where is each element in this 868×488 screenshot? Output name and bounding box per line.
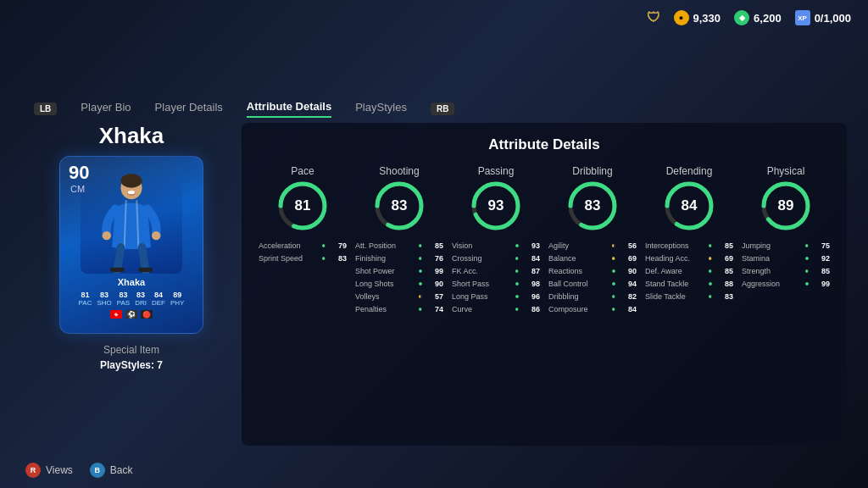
attr-value: 99 bbox=[426, 267, 443, 275]
back-label: Back bbox=[110, 464, 133, 476]
lb-button[interactable]: LB bbox=[34, 103, 57, 115]
flag-switzerland: 🇨🇭 bbox=[110, 310, 122, 319]
attr-bar bbox=[515, 308, 518, 311]
attr-row: Curve 86 bbox=[452, 305, 540, 313]
category-name: Passing bbox=[478, 165, 515, 177]
attr-bar bbox=[612, 269, 615, 273]
attr-row: Shot Power 99 bbox=[355, 267, 443, 275]
tab-player-details[interactable]: Player Details bbox=[155, 101, 223, 117]
attr-row: Composure 84 bbox=[548, 305, 637, 313]
attr-rows: Acceleration 79 Sprint Speed 83 bbox=[259, 241, 347, 267]
attr-name: Finishing bbox=[355, 254, 415, 263]
attr-bar bbox=[709, 295, 711, 298]
attr-name: Agility bbox=[548, 241, 608, 250]
attr-value: 84 bbox=[620, 305, 637, 313]
attr-bar bbox=[419, 282, 422, 286]
attr-bar bbox=[805, 257, 809, 260]
attr-name: Dribbling bbox=[548, 292, 608, 301]
attr-row: Short Pass 98 bbox=[452, 280, 540, 288]
category-name: Defending bbox=[666, 165, 713, 177]
attr-name: Interceptions bbox=[645, 241, 704, 250]
xp-icon: XP bbox=[795, 10, 810, 25]
category-name: Pace bbox=[291, 165, 314, 177]
attr-bar-wrap bbox=[612, 269, 615, 273]
attr-name: Penalties bbox=[355, 305, 415, 313]
category-passing: Passing 93 Vision 93 Crossing 84 bbox=[452, 165, 540, 318]
attr-value: 69 bbox=[620, 254, 637, 263]
attr-bar bbox=[709, 282, 712, 286]
attr-bar bbox=[709, 257, 711, 260]
attr-bar bbox=[805, 244, 808, 247]
attr-name: Reactions bbox=[548, 267, 608, 275]
attr-value: 90 bbox=[620, 267, 637, 275]
attr-name: Balance bbox=[548, 254, 608, 263]
attr-bar-wrap bbox=[322, 257, 326, 260]
card-stat-pac: 81PAC bbox=[79, 291, 92, 307]
attr-bar-wrap bbox=[805, 257, 809, 260]
category-pace: Pace 81 Acceleration 79 Sprint Speed bbox=[259, 165, 347, 318]
attr-bar bbox=[419, 295, 420, 298]
attr-bar bbox=[612, 308, 615, 311]
back-button[interactable]: B Back bbox=[90, 463, 133, 478]
attr-bar-wrap bbox=[805, 282, 809, 286]
attr-bar-wrap bbox=[805, 244, 809, 247]
top-currency-bar: 🛡 ● 9,330 ◆ 6,200 XP 0/1,000 bbox=[647, 10, 851, 25]
attr-value: 99 bbox=[813, 280, 830, 288]
attr-value: 96 bbox=[523, 292, 540, 301]
card-player-name: Xhaka bbox=[118, 277, 145, 287]
attr-name: Crossing bbox=[452, 254, 511, 263]
category-defending: Defending 84 Interceptions 85 Heading Ac… bbox=[645, 165, 733, 318]
r-button-icon: R bbox=[25, 463, 41, 478]
category-score: 89 bbox=[778, 197, 794, 214]
attr-bar bbox=[419, 257, 421, 260]
attr-value: 85 bbox=[426, 241, 443, 250]
attr-bar bbox=[805, 282, 809, 286]
attr-row: Sprint Speed 83 bbox=[259, 254, 347, 263]
b-button-icon: B bbox=[90, 463, 105, 478]
views-button[interactable]: R Views bbox=[25, 463, 73, 478]
category-dribbling: Dribbling 83 Agility 56 Balance 69 bbox=[548, 165, 637, 318]
attr-bar bbox=[419, 269, 422, 273]
currency-gems: ◆ 6,200 bbox=[734, 10, 782, 25]
gem-icon: ◆ bbox=[734, 10, 749, 25]
attr-bar-wrap bbox=[612, 282, 615, 286]
attr-name: Ball Control bbox=[548, 280, 608, 288]
attr-bar-wrap bbox=[709, 244, 712, 247]
attr-bar bbox=[515, 244, 519, 247]
attr-name: Acceleration bbox=[259, 241, 318, 250]
category-score: 83 bbox=[392, 197, 408, 214]
attr-name: Long Pass bbox=[452, 292, 511, 301]
attr-value: 90 bbox=[426, 280, 443, 288]
attr-value: 79 bbox=[330, 241, 347, 250]
attr-rows: Agility 56 Balance 69 Reactions 90 bbox=[548, 241, 637, 318]
flag-club: 🔴 bbox=[141, 310, 153, 319]
svg-rect-4 bbox=[110, 268, 125, 272]
tab-playstyles[interactable]: PlayStyles bbox=[355, 101, 407, 117]
attr-bar-wrap bbox=[419, 257, 422, 260]
attr-row: Stamina 92 bbox=[742, 254, 830, 263]
attr-bar bbox=[419, 244, 421, 247]
attr-value: 76 bbox=[426, 254, 443, 263]
attr-name: Shot Power bbox=[355, 267, 415, 275]
attribute-panel: Attribute Details Pace 81 Acceleration 7… bbox=[242, 123, 847, 446]
category-shooting: Shooting 83 Att. Position 85 Finishing bbox=[355, 165, 443, 318]
attr-bar-wrap bbox=[419, 295, 422, 298]
attr-bar bbox=[612, 257, 615, 260]
rb-button[interactable]: RB bbox=[431, 103, 454, 115]
attr-row: Long Pass 96 bbox=[452, 292, 540, 301]
attr-bar-wrap bbox=[515, 269, 519, 273]
card-player-image bbox=[81, 172, 182, 274]
gem-value: 6,200 bbox=[754, 12, 782, 25]
category-ring: 83 bbox=[374, 180, 425, 231]
tab-player-bio[interactable]: Player Bio bbox=[81, 101, 131, 117]
attr-row: Dribbling 82 bbox=[548, 292, 637, 301]
attr-name: Att. Position bbox=[355, 241, 415, 250]
player-section: Xhaka 90 CM bbox=[34, 123, 229, 371]
attr-bar bbox=[515, 295, 519, 298]
card-stat-phy: 89PHY bbox=[170, 291, 184, 307]
tab-attribute-details[interactable]: Attribute Details bbox=[247, 100, 331, 118]
attr-name: Slide Tackle bbox=[645, 292, 704, 301]
flag-league: ⚽ bbox=[125, 310, 137, 319]
category-name: Shooting bbox=[379, 165, 419, 177]
views-label: Views bbox=[46, 464, 73, 476]
